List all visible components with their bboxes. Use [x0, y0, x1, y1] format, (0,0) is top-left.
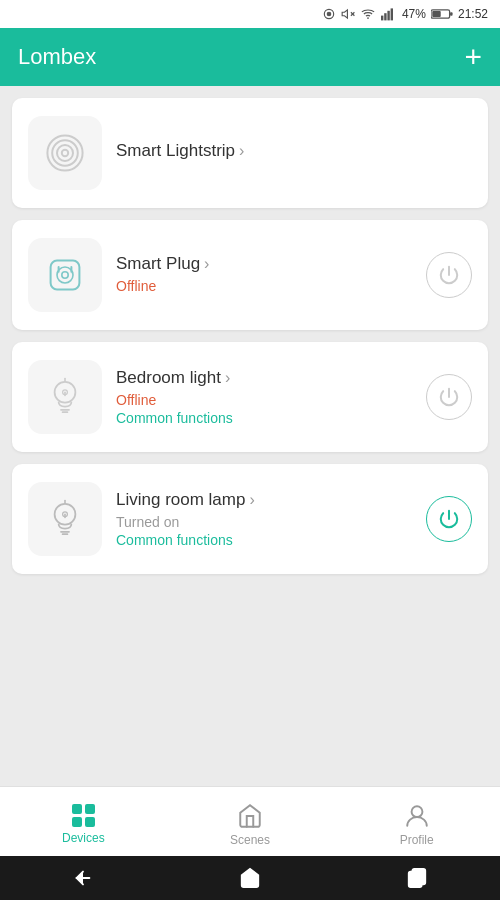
bulb-icon-bedroom [41, 373, 89, 421]
svg-rect-12 [432, 11, 440, 17]
mute-icon [341, 7, 355, 21]
bulb-icon-living [41, 495, 89, 543]
svg-point-15 [57, 145, 73, 161]
svg-point-5 [367, 17, 369, 19]
power-button-bedroomlight[interactable] [426, 374, 472, 420]
bottom-nav: Devices Scenes Profile [0, 786, 500, 856]
svg-marker-2 [342, 10, 347, 18]
svg-rect-7 [384, 13, 386, 20]
device-list: Smart Lightstrip › Smart Plug › Offline [0, 86, 500, 786]
app-title: Lombex [18, 44, 96, 70]
device-name-lightstrip: Smart Lightstrip [116, 141, 235, 161]
scenes-icon [237, 803, 263, 829]
svg-rect-11 [450, 12, 453, 15]
svg-rect-9 [391, 8, 393, 20]
status-icons: 47% 21:52 [322, 7, 488, 21]
svg-rect-8 [387, 11, 389, 21]
devices-icon [72, 804, 95, 827]
signal-icon [381, 7, 397, 21]
chevron-livinglamp: › [249, 491, 254, 509]
lightstrip-icon [41, 129, 89, 177]
device-icon-bedroomlight [28, 360, 102, 434]
device-icon-smartplug [28, 238, 102, 312]
battery-icon [431, 8, 453, 20]
plug-icon [41, 251, 89, 299]
chevron-lightstrip: › [239, 142, 244, 160]
device-name-bedroomlight: Bedroom light [116, 368, 221, 388]
svg-point-1 [327, 12, 331, 16]
svg-rect-6 [381, 16, 383, 21]
nav-item-scenes[interactable]: Scenes [167, 797, 334, 847]
recents-button[interactable] [406, 867, 428, 889]
svg-rect-17 [51, 261, 80, 290]
svg-rect-36 [412, 869, 425, 885]
power-button-smartplug[interactable] [426, 252, 472, 298]
chevron-smartplug: › [204, 255, 209, 273]
wifi-icon [360, 7, 376, 21]
device-info-livinglamp: Living room lamp › Turned on Common func… [116, 490, 412, 548]
svg-point-34 [411, 806, 422, 817]
nav-item-profile[interactable]: Profile [333, 797, 500, 847]
device-icon-lightstrip [28, 116, 102, 190]
nav-item-devices[interactable]: Devices [0, 798, 167, 845]
add-device-button[interactable]: + [464, 42, 482, 72]
device-card-bedroomlight[interactable]: Bedroom light › Offline Common functions [12, 342, 488, 452]
device-info-bedroomlight: Bedroom light › Offline Common functions [116, 368, 412, 426]
battery-text: 47% [402, 7, 426, 21]
device-card-livinglamp[interactable]: Living room lamp › Turned on Common func… [12, 464, 488, 574]
app-header: Lombex + [0, 28, 500, 86]
profile-icon [404, 803, 430, 829]
device-card-smartplug[interactable]: Smart Plug › Offline [12, 220, 488, 330]
time-text: 21:52 [458, 7, 488, 21]
android-nav-bar [0, 856, 500, 900]
device-icon-livinglamp [28, 482, 102, 556]
chevron-bedroomlight: › [225, 369, 230, 387]
status-bar: 47% 21:52 [0, 0, 500, 28]
svg-point-16 [62, 150, 68, 156]
nav-label-scenes: Scenes [230, 833, 270, 847]
device-status-livinglamp: Turned on [116, 514, 412, 530]
device-info-lightstrip: Smart Lightstrip › [116, 141, 472, 165]
device-name-smartplug: Smart Plug [116, 254, 200, 274]
home-button[interactable] [239, 867, 261, 889]
device-status-bedroomlight: Offline [116, 392, 412, 408]
device-info-smartplug: Smart Plug › Offline [116, 254, 412, 296]
nav-label-profile: Profile [400, 833, 434, 847]
device-common-bedroomlight[interactable]: Common functions [116, 410, 412, 426]
device-name-livinglamp: Living room lamp [116, 490, 245, 510]
device-card-lightstrip[interactable]: Smart Lightstrip › [12, 98, 488, 208]
power-button-livinglamp[interactable] [426, 496, 472, 542]
nav-label-devices: Devices [62, 831, 105, 845]
device-status-smartplug: Offline [116, 278, 412, 294]
back-button[interactable] [72, 867, 94, 889]
device-common-livinglamp[interactable]: Common functions [116, 532, 412, 548]
svg-point-19 [62, 272, 68, 278]
record-icon [322, 7, 336, 21]
